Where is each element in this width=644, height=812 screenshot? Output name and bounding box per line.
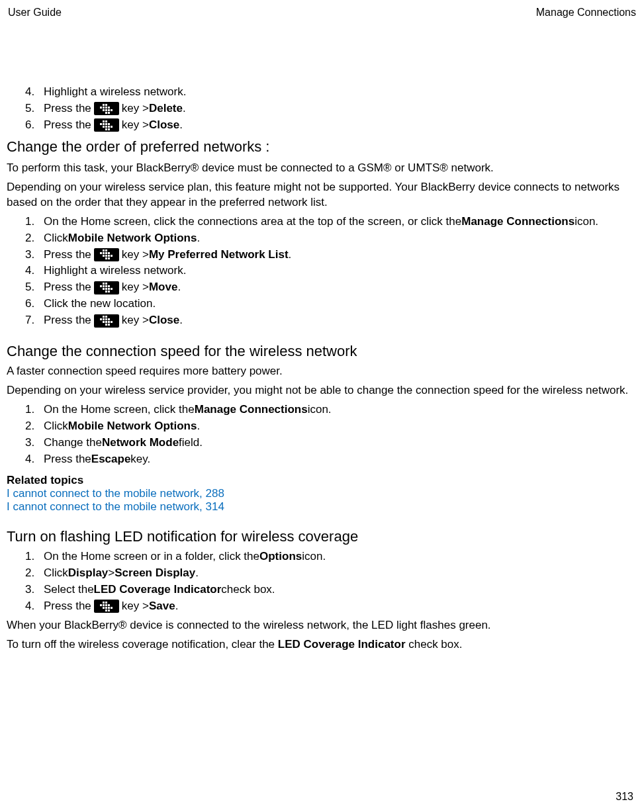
list-body: Press the key > Close. [44, 313, 637, 328]
list-body: Click Mobile Network Options. [44, 231, 637, 246]
list-number: 2. [25, 231, 44, 246]
section2-para1: A faster connection speed requires more … [7, 364, 637, 379]
list-item: 3.Press the key > My Preferred Network L… [25, 248, 637, 263]
list-number: 3. [25, 582, 44, 598]
list-body: Click the new location. [44, 296, 637, 312]
section2-para2: Depending on your wireless service provi… [7, 383, 637, 398]
top-steps-list: 4.Highlight a wireless network.5.Press t… [25, 85, 637, 133]
list-body: On the Home screen or in a folder, click… [44, 549, 637, 564]
para2-a: To turn off the wireless coverage notifi… [7, 638, 278, 651]
header-left: User Guide [8, 7, 62, 19]
list-item: 6.Click the new location. [25, 296, 637, 312]
blackberry-menu-key-icon [94, 281, 119, 294]
list-number: 2. [25, 419, 44, 434]
list-body: Press the key > Save. [44, 599, 637, 614]
list-item: 1.On the Home screen, click the Manage C… [25, 402, 637, 418]
list-number: 4. [25, 263, 44, 279]
list-body: Highlight a wireless network. [44, 85, 637, 100]
list-number: 1. [25, 549, 44, 564]
list-number: 6. [25, 118, 44, 133]
list-item: 5.Press the key > Delete. [25, 101, 637, 116]
section1-steps-list: 1.On the Home screen, click the connecti… [25, 214, 637, 329]
list-item: 1.On the Home screen or in a folder, cli… [25, 549, 637, 564]
section3-para1: When your BlackBerry® device is connecte… [7, 618, 637, 633]
related-links: I cannot connect to the mobile network, … [7, 487, 637, 514]
para2-b: LED Coverage Indicator [278, 638, 406, 651]
list-item: 4.Highlight a wireless network. [25, 85, 637, 100]
list-number: 3. [25, 248, 44, 263]
heading-led-notification: Turn on flashing LED notification for wi… [7, 528, 637, 545]
list-number: 6. [25, 296, 44, 312]
section3-steps-list: 1.On the Home screen or in a folder, cli… [25, 549, 637, 614]
list-number: 2. [25, 566, 44, 581]
related-topics-heading: Related topics [7, 474, 637, 487]
list-number: 4. [25, 452, 44, 467]
list-body: Press the key > My Preferred Network Lis… [44, 248, 637, 263]
list-body: Press the Escape key. [44, 452, 637, 467]
list-item: 2.Click Display > Screen Display. [25, 566, 637, 581]
list-item: 1.On the Home screen, click the connecti… [25, 214, 637, 230]
list-number: 4. [25, 599, 44, 614]
list-item: 6.Press the key > Close. [25, 118, 637, 133]
list-body: Press the key > Move. [44, 280, 637, 295]
blackberry-menu-key-icon [94, 248, 119, 261]
list-body: Click Display > Screen Display. [44, 566, 637, 581]
list-item: 3.Change the Network Mode field. [25, 435, 637, 451]
section1-para2: Depending on your wireless service plan,… [7, 180, 637, 210]
list-number: 7. [25, 313, 44, 328]
list-item: 2.Click Mobile Network Options. [25, 231, 637, 246]
list-item: 4.Press the Escape key. [25, 452, 637, 467]
list-item: 4.Press the key > Save. [25, 599, 637, 614]
page-number: 313 [616, 791, 633, 803]
list-item: 5.Press the key > Move. [25, 280, 637, 295]
list-body: Highlight a wireless network. [44, 263, 637, 279]
para2-c: check box. [406, 638, 463, 651]
list-number: 3. [25, 435, 44, 451]
related-topic-link[interactable]: I cannot connect to the mobile network, … [7, 500, 637, 514]
header-right: Manage Connections [536, 7, 636, 19]
list-item: 2.Click Mobile Network Options. [25, 419, 637, 434]
list-number: 4. [25, 85, 44, 100]
heading-change-order: Change the order of preferred networks : [7, 138, 637, 156]
blackberry-menu-key-icon [94, 118, 119, 132]
section2-steps-list: 1.On the Home screen, click the Manage C… [25, 402, 637, 467]
list-body: On the Home screen, click the Manage Con… [44, 402, 637, 418]
list-body: Press the key > Close. [44, 118, 637, 133]
blackberry-menu-key-icon [94, 102, 119, 115]
blackberry-menu-key-icon [94, 600, 119, 613]
list-item: 3.Select the LED Coverage Indicator chec… [25, 582, 637, 598]
list-number: 1. [25, 402, 44, 418]
list-body: On the Home screen, click the connection… [44, 214, 637, 230]
related-topic-link[interactable]: I cannot connect to the mobile network, … [7, 487, 637, 500]
list-body: Change the Network Mode field. [44, 435, 637, 451]
section1-para1: To perform this task, your BlackBerry® d… [7, 161, 637, 176]
blackberry-menu-key-icon [94, 314, 119, 328]
list-body: Press the key > Delete. [44, 101, 637, 116]
list-body: Select the LED Coverage Indicator check … [44, 582, 637, 598]
list-number: 5. [25, 101, 44, 116]
list-number: 1. [25, 214, 44, 230]
list-item: 7.Press the key > Close. [25, 313, 637, 328]
list-body: Click Mobile Network Options. [44, 419, 637, 434]
list-number: 5. [25, 280, 44, 295]
heading-change-speed: Change the connection speed for the wire… [7, 343, 637, 360]
section3-para2: To turn off the wireless coverage notifi… [7, 637, 637, 653]
list-item: 4.Highlight a wireless network. [25, 263, 637, 279]
